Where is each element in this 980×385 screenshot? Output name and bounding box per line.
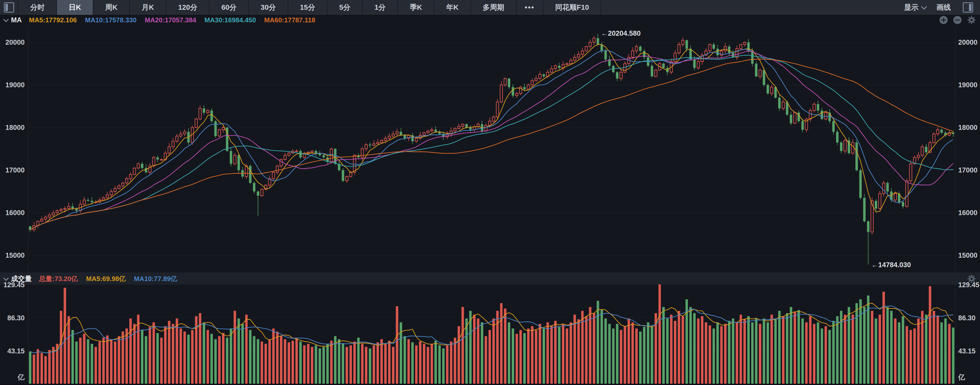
volume-axis-tick: 43.15: [0, 347, 25, 355]
tab-year-k[interactable]: 年K: [434, 0, 470, 15]
zoom-out-button[interactable]: [953, 16, 961, 24]
toolbar: 分时日K周K月K120分60分30分15分5分1分季K年K多周期•••同花顺F1…: [0, 0, 980, 15]
tab-1min[interactable]: 1分: [362, 0, 398, 15]
volume-legend-row: 成交量 总量:73.20亿MA5:69.98亿MA10:77.89亿: [0, 273, 980, 284]
volume-chart[interactable]: [0, 284, 980, 385]
indicator-legend-value: MA5:69.98亿: [86, 275, 126, 283]
tab-weekly-k[interactable]: 周K: [93, 0, 129, 15]
price-axis-tick: 19000: [958, 81, 977, 89]
low-price-annotation: ←14784.030: [871, 261, 911, 269]
chevron-down-icon: [921, 3, 927, 10]
volume-axis-tick: 86.30: [958, 314, 976, 322]
price-axis-tick: 17000: [958, 166, 977, 174]
volume-unit-label: 亿: [958, 374, 965, 381]
price-axis-tick: 15000: [0, 252, 25, 259]
price-chart[interactable]: [0, 25, 980, 273]
gear-icon[interactable]: [967, 16, 976, 24]
panel-toggle-right-button[interactable]: [961, 2, 975, 13]
draw-line-label: 画线: [936, 3, 951, 12]
tab-daily-k[interactable]: 日K: [56, 0, 93, 15]
indicator-legend-value: MA5:17792.106: [29, 16, 77, 24]
tab-quarter-k[interactable]: 季K: [398, 0, 434, 15]
indicator-legend-value: MA60:17787.118: [264, 16, 315, 24]
price-axis-tick: 18000: [0, 124, 25, 131]
tab-60min[interactable]: 60分: [209, 0, 248, 15]
tab-fenshi[interactable]: 分时: [18, 0, 56, 15]
display-menu-button[interactable]: 显示: [904, 3, 926, 12]
main-chart-icons: [940, 16, 980, 24]
collapse-volume-chevron-icon[interactable]: [3, 275, 9, 281]
tab-15min[interactable]: 15分: [288, 0, 327, 15]
toolbar-right: 显示 画线: [904, 0, 980, 15]
volume-axis-tick: 129.45: [0, 281, 25, 289]
price-axis-tick: 20000: [0, 38, 25, 46]
panel-toggle-left-button[interactable]: [0, 0, 18, 15]
price-axis-tick: 17000: [0, 166, 25, 174]
price-axis-tick: 19000: [0, 81, 25, 89]
indicator-legend-value: 总量:73.20亿: [39, 275, 78, 283]
window-bottom-strip: [0, 384, 980, 385]
volume-axis-tick: 129.45: [958, 281, 980, 289]
tab-5min[interactable]: 5分: [327, 0, 362, 15]
ma-indicator-label: MA: [11, 16, 22, 24]
price-axis-tick: 15000: [958, 252, 977, 259]
price-axis-tick: 16000: [958, 209, 977, 217]
volume-unit-label: 亿: [0, 374, 25, 381]
volume-axis-tick: 86.30: [0, 314, 25, 322]
panel-right-icon: [963, 2, 973, 13]
draw-line-button[interactable]: 画线: [936, 3, 951, 12]
price-axis-tick: 20000: [958, 38, 977, 46]
indicator-legend-value: MA10:77.89亿: [134, 275, 177, 283]
price-axis-tick: 18000: [958, 124, 977, 131]
tab-monthly-k[interactable]: 月K: [129, 0, 165, 15]
volume-legend-items: 总量:73.20亿MA5:69.98亿MA10:77.89亿: [39, 275, 185, 283]
indicator-legend-value: MA20:17057.384: [145, 16, 196, 24]
panel-left-icon: [4, 2, 14, 13]
volume-axis-tick: 43.15: [958, 347, 976, 355]
indicator-legend-value: MA30:16984.450: [204, 16, 256, 24]
period-tabs: 分时日K周K月K120分60分30分15分5分1分季K年K多周期•••同花顺F1…: [18, 0, 601, 15]
ma-legend-items: MA5:17792.106MA10:17578.330MA20:17057.38…: [29, 16, 324, 24]
zoom-in-button[interactable]: [940, 16, 948, 24]
indicator-legend-value: MA10:17578.330: [85, 16, 137, 24]
price-axis-tick: 16000: [0, 209, 25, 217]
tab-multi-period[interactable]: 多周期: [471, 0, 516, 15]
collapse-ma-chevron-icon[interactable]: [3, 17, 9, 22]
main-chart-legend-row: MA MA5:17792.106MA10:17578.330MA20:17057…: [0, 15, 980, 25]
display-menu-label: 显示: [904, 3, 918, 12]
tab-more[interactable]: •••: [516, 0, 543, 15]
tab-ths-f10[interactable]: 同花顺F10: [543, 0, 601, 15]
high-price-annotation: ←20204.580: [601, 30, 641, 37]
tab-30min[interactable]: 30分: [248, 0, 288, 15]
tab-120min[interactable]: 120分: [166, 0, 209, 15]
